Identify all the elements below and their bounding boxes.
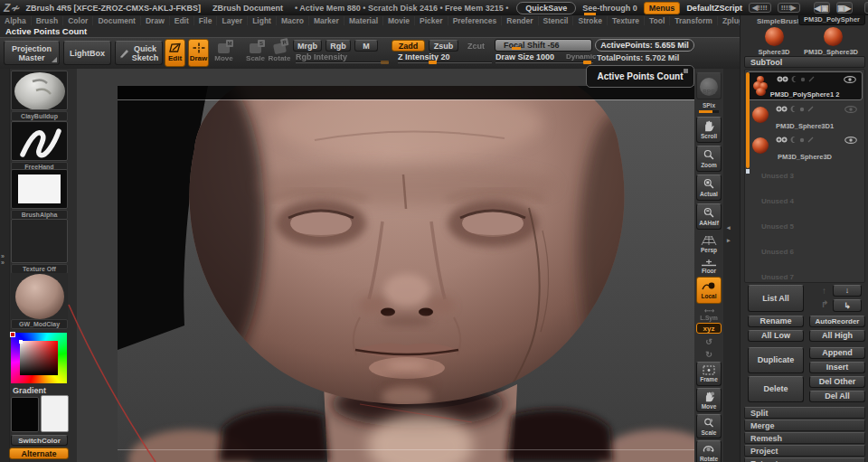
main-color-swatch[interactable] [11, 397, 39, 432]
tray-scroll-arrows-icon[interactable]: »» [1, 253, 5, 266]
project-section[interactable]: Project [744, 445, 865, 457]
uv-toggle-icon[interactable] [790, 137, 797, 143]
subtool-item[interactable]: PM3D_Sphere3D [747, 133, 863, 162]
scale-3d-button[interactable]: Scale [696, 414, 722, 438]
xyz-button[interactable]: xyz [696, 323, 722, 334]
scroll-tabs-right-button[interactable]: !!!!▶ [778, 3, 800, 13]
divider-expand-icon[interactable]: ▸ [727, 237, 731, 244]
rotate-cw-button[interactable]: ↻ [696, 349, 722, 360]
frame-button[interactable]: Frame [696, 362, 722, 386]
scroll-button[interactable]: Scroll [696, 117, 722, 143]
menu-light[interactable]: Light [248, 16, 277, 25]
zcut-button[interactable]: Zcut [462, 40, 490, 52]
split-section[interactable]: Split [744, 407, 865, 419]
move-button[interactable]: M Move [213, 39, 234, 67]
subtool-unused-slot[interactable]: Unused 5 [761, 222, 794, 231]
material-thumbnail[interactable] [11, 273, 68, 320]
dot-toggle-icon[interactable] [799, 137, 805, 143]
menu-stencil[interactable]: Stencil [539, 16, 574, 25]
menu-file[interactable]: File [194, 16, 218, 25]
quicksave-button[interactable]: QuickSave [516, 2, 576, 14]
floor-button[interactable]: Floor [696, 258, 722, 275]
quick-sketch-button[interactable]: Quick Sketch [115, 41, 163, 65]
uv-toggle-icon[interactable] [790, 106, 797, 112]
rgb-intensity-slider[interactable] [296, 61, 389, 63]
menu-tool[interactable]: Tool [645, 16, 670, 25]
dot-toggle-icon[interactable] [800, 77, 806, 82]
del-other-button[interactable]: Del Other [809, 376, 865, 388]
zoom-button[interactable]: Zoom [696, 146, 722, 172]
menu-material[interactable]: Material [344, 16, 383, 25]
z-intensity-slider[interactable] [398, 61, 492, 63]
polypaint-toggle-icon[interactable] [776, 106, 788, 112]
spix-slider[interactable] [699, 110, 719, 113]
projection-master-button[interactable]: Projection Master [4, 41, 60, 65]
rotate-ccw-button[interactable]: ↺ [696, 336, 722, 347]
subtool-scrollbar[interactable] [746, 72, 750, 168]
edit-button[interactable]: Edit [165, 39, 185, 67]
subtool-scrollbar-nub[interactable] [746, 169, 750, 174]
menu-alpha[interactable]: Alpha [0, 16, 32, 25]
eye-visibility-icon[interactable] [844, 76, 856, 83]
tool-pm3d-sphere3d-icon[interactable] [824, 27, 843, 46]
delete-button[interactable]: Delete [748, 376, 804, 402]
stroke-thumbnail[interactable] [11, 121, 68, 161]
z-intensity-handle[interactable] [429, 61, 437, 64]
extract-section[interactable]: Extract [744, 457, 865, 462]
draw-size-slider[interactable] [495, 61, 593, 63]
subtool-unused-slot[interactable]: Unused 3 [761, 172, 794, 180]
move-3d-button[interactable]: Move [696, 388, 722, 412]
menus-button[interactable]: Menus [644, 2, 681, 14]
uv-toggle-icon[interactable] [791, 76, 797, 82]
eye-visibility-icon[interactable] [844, 137, 857, 144]
menu-brush[interactable]: Brush [32, 16, 64, 25]
alternate-button[interactable]: Alternate [9, 448, 69, 459]
zsub-button[interactable]: Zsub [429, 40, 458, 52]
lightbox-button[interactable]: LightBox [63, 41, 111, 65]
local-button[interactable]: Local [696, 277, 722, 304]
menu-picker[interactable]: Picker [415, 16, 448, 25]
zscript-label[interactable]: DefaultZScript [686, 4, 742, 13]
menu-edit[interactable]: Edit [170, 16, 194, 25]
zadd-button[interactable]: Zadd [392, 40, 425, 52]
move-up-icon[interactable]: ↑ [822, 286, 826, 296]
menu-color[interactable]: Color [63, 16, 93, 25]
slash-toggle-icon[interactable] [808, 76, 815, 82]
subtool-item[interactable]: PM3D_Sphere3D1 [747, 102, 863, 131]
panel-divider[interactable]: ◂ ▸ [723, 69, 740, 462]
menu-movie[interactable]: Movie [383, 16, 415, 25]
list-all-button[interactable]: List All [748, 285, 804, 312]
focal-shift-handle[interactable] [512, 47, 521, 50]
rotate-3d-button[interactable]: Rotate [696, 440, 722, 462]
actual-button[interactable]: Actual [696, 174, 722, 201]
duplicate-button[interactable]: Duplicate [748, 347, 804, 373]
insert-button[interactable]: Insert [809, 362, 865, 373]
menu-render[interactable]: Render [502, 16, 538, 25]
color-picker[interactable] [11, 333, 67, 383]
aahalf-button[interactable]: AAHalf [696, 203, 722, 230]
see-through-slider[interactable]: See-through 0 [582, 4, 637, 13]
append-button[interactable]: Append [809, 347, 865, 359]
lsym-button[interactable]: ⇠⇢ L.Sym [696, 307, 722, 321]
rgb-button[interactable]: Rgb [326, 40, 351, 52]
subtool-section-header[interactable]: SubTool [744, 56, 865, 68]
scroll-tabs-left-button[interactable]: ◀!!!! [749, 3, 771, 13]
menu-draw[interactable]: Draw [141, 16, 170, 25]
mrgb-button[interactable]: Mrgb [293, 40, 322, 52]
move-down-button[interactable]: ↓ [833, 285, 862, 297]
subtool-item-selected[interactable]: PM3D_PolySphere1 2 [747, 71, 863, 100]
document-canvas[interactable] [118, 86, 694, 462]
persp-button[interactable]: Persp [696, 232, 722, 256]
texture-thumbnail[interactable] [11, 219, 68, 263]
menu-marker[interactable]: Marker [309, 16, 344, 25]
draw-size-handle[interactable] [583, 61, 591, 64]
rgb-intensity-handle[interactable] [381, 61, 389, 64]
move-up-branch-icon[interactable]: ↱ [821, 299, 828, 309]
scale-button[interactable]: S Scale [245, 39, 266, 67]
menu-transform[interactable]: Transform [670, 16, 718, 25]
subtool-unused-slot[interactable]: Unused 4 [761, 197, 794, 205]
move-down-branch-button[interactable]: ↳ [833, 299, 862, 312]
bpr-button[interactable]: BPR [696, 72, 722, 99]
menu-document[interactable]: Document [93, 16, 141, 25]
dot-toggle-icon[interactable] [799, 107, 805, 112]
